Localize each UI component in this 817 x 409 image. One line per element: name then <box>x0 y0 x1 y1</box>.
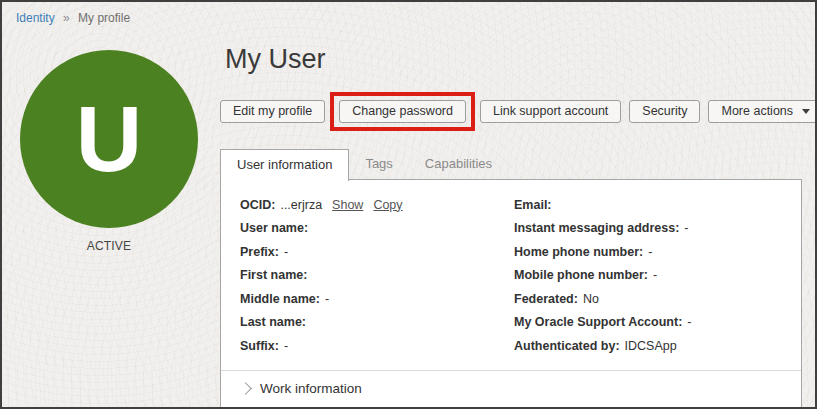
field-row-federated: Federated: No <box>514 287 801 311</box>
field-value: - <box>648 245 652 259</box>
field-value: ...erjrza <box>280 198 322 212</box>
breadcrumb-separator: » <box>63 11 70 25</box>
highlight-annotation-box: Change password <box>330 92 475 131</box>
user-information-panel: OCID: ...erjrza Show Copy User name: Pre… <box>220 179 802 409</box>
field-row-my-oracle-support: My Oracle Support Account: - <box>514 311 801 335</box>
user-information-fields: OCID: ...erjrza Show Copy User name: Pre… <box>221 180 801 358</box>
field-value: - <box>284 245 288 259</box>
field-row-suffix: Suffix: - <box>240 334 514 358</box>
my-profile-page: Identity » My profile U ACTIVE My User E… <box>0 0 817 409</box>
more-actions-button[interactable]: More actions <box>708 100 817 123</box>
field-label: Last name: <box>240 315 306 329</box>
page-title: My User <box>225 44 326 75</box>
field-row-home-phone: Home phone number: - <box>514 240 801 264</box>
caret-down-icon <box>802 109 810 114</box>
tab-tags[interactable]: Tags <box>349 149 408 179</box>
avatar-initial: U <box>76 93 142 185</box>
field-label: First name: <box>240 268 307 282</box>
field-row-prefix: Prefix: - <box>240 240 514 264</box>
work-information-toggle[interactable]: Work information <box>221 371 801 396</box>
field-row-last-name: Last name: <box>240 311 514 335</box>
field-row-mobile-phone: Mobile phone number: - <box>514 264 801 288</box>
fields-column-left: OCID: ...erjrza Show Copy User name: Pre… <box>240 193 514 358</box>
field-label: Home phone number: <box>514 245 643 259</box>
field-row-first-name: First name: <box>240 264 514 288</box>
field-value: - <box>325 292 329 306</box>
link-support-account-button[interactable]: Link support account <box>480 100 621 123</box>
field-label: My Oracle Support Account: <box>514 315 682 329</box>
tab-strip: User information Tags Capabilities <box>220 149 508 181</box>
field-value: - <box>284 339 288 353</box>
field-label: Authenticated by: <box>514 339 620 353</box>
field-label: Middle name: <box>240 292 320 306</box>
fields-column-right: Email: Instant messaging address: - Home… <box>514 193 801 358</box>
field-label: Prefix: <box>240 245 279 259</box>
breadcrumb-current: My profile <box>78 11 130 25</box>
field-row-user-name: User name: <box>240 217 514 241</box>
field-value: - <box>687 315 691 329</box>
field-value: - <box>653 268 657 282</box>
field-value: No <box>583 292 599 306</box>
security-button[interactable]: Security <box>629 100 700 123</box>
tab-capabilities[interactable]: Capabilities <box>409 149 508 179</box>
show-ocid-link[interactable]: Show <box>332 198 363 212</box>
change-password-button[interactable]: Change password <box>339 100 466 123</box>
field-row-email: Email: <box>514 193 801 217</box>
field-label: OCID: <box>240 198 275 212</box>
field-row-instant-messaging: Instant messaging address: - <box>514 217 801 241</box>
edit-my-profile-button[interactable]: Edit my profile <box>220 100 325 123</box>
toolbar: Edit my profile Change password Link sup… <box>220 93 817 129</box>
work-information-label: Work information <box>260 381 362 396</box>
field-label: Mobile phone number: <box>514 268 648 282</box>
field-value: IDCSApp <box>625 339 677 353</box>
more-actions-label: More actions <box>721 104 793 118</box>
avatar: U <box>20 50 198 228</box>
status-badge: ACTIVE <box>20 239 198 253</box>
field-row-authenticated-by: Authenticated by: IDCSApp <box>514 334 801 358</box>
copy-ocid-link[interactable]: Copy <box>373 198 402 212</box>
field-label: Email: <box>514 198 552 212</box>
field-label: Suffix: <box>240 339 279 353</box>
breadcrumb: Identity » My profile <box>16 11 130 25</box>
field-label: Federated: <box>514 292 578 306</box>
chevron-right-icon <box>239 382 252 395</box>
field-row-middle-name: Middle name: - <box>240 287 514 311</box>
breadcrumb-identity-link[interactable]: Identity <box>16 11 55 25</box>
tab-user-information[interactable]: User information <box>220 149 349 181</box>
field-value: - <box>684 221 688 235</box>
field-label: User name: <box>240 221 308 235</box>
field-row-ocid: OCID: ...erjrza Show Copy <box>240 193 514 217</box>
field-label: Instant messaging address: <box>514 221 679 235</box>
